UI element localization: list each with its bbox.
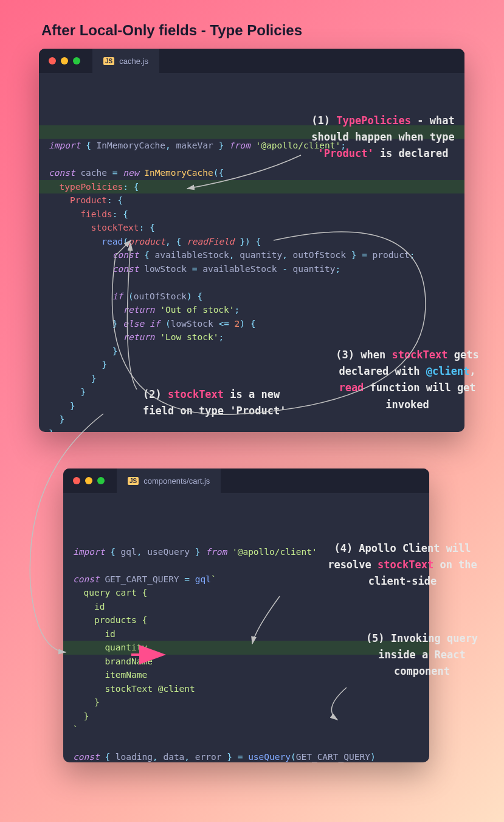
filename: cache.js [119,57,148,66]
minimize-icon[interactable] [61,57,68,64]
js-icon: JS [128,477,139,485]
maximize-icon[interactable] [73,57,80,64]
minimize-icon[interactable] [85,477,92,484]
window-controls [49,57,80,64]
annotation-2: (2) stockText is a new field on type 'Pr… [143,386,313,419]
tabbar: JS cache.js [39,49,464,73]
js-icon: JS [103,57,114,65]
page-title: After Local-Only fields - Type Policies [0,0,504,39]
annotation-1: (1) TypePolicies - what should happen wh… [304,113,462,162]
annotation-4: (4) Apollo Client will resolve stockText… [311,540,494,590]
close-icon[interactable] [73,477,80,484]
annotation-3: (3) when stockText gets declared with @c… [325,347,489,413]
tabbar: JS components/cart.js [63,468,429,493]
file-tab[interactable]: JS cache.js [92,49,159,73]
window-controls [73,477,105,484]
maximize-icon[interactable] [97,477,105,484]
code-window-cart: JS components/cart.js import { gql, useQ… [63,468,429,762]
close-icon[interactable] [49,57,56,64]
annotation-5: (5) Invoking query inside a React compon… [351,630,492,680]
filename: components/cart.js [143,476,210,486]
file-tab[interactable]: JS components/cart.js [117,468,221,493]
code-editor: import { gql, useQuery } from '@apollo/c… [63,493,429,762]
